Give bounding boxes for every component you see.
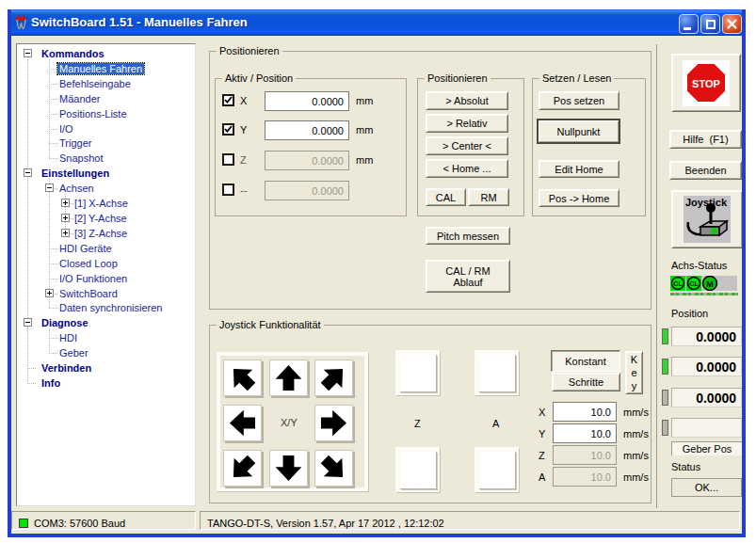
svg-text:STOP: STOP [692,78,720,89]
svg-text:CL: CL [673,280,683,287]
svg-text:CL: CL [689,280,699,287]
svg-text:M: M [706,279,714,289]
